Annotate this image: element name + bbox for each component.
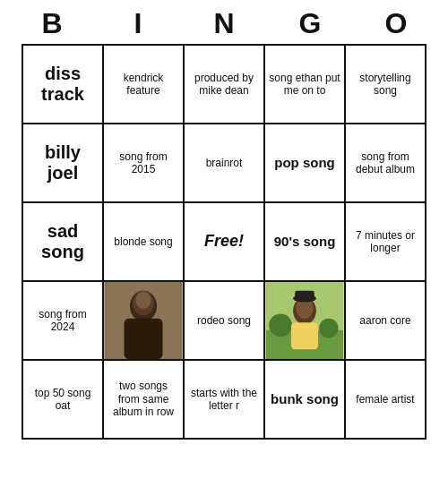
cell-text-r1c3: pop song <box>274 155 335 171</box>
cell-text-r2c4: 7 minutes or longer <box>349 229 421 255</box>
cell-r0c3: song ethan put me on to <box>265 46 346 124</box>
cell-r2c3: 90's song <box>265 203 346 282</box>
cell-r3c0: song from 2024 <box>23 282 104 361</box>
cell-text-r4c0: top 50 song oat <box>27 387 99 413</box>
svg-rect-13 <box>295 291 314 301</box>
cell-r4c2: starts with the letter r <box>185 361 265 440</box>
cell-r1c0: billy joel <box>23 124 104 203</box>
cell-text-r1c2: brainrot <box>206 157 243 169</box>
cell-r1c3: pop song <box>265 124 346 203</box>
cell-r2c1: blonde song <box>104 203 185 282</box>
cell-text-r3c4: aaron core <box>359 314 410 327</box>
cell-r2c0: sad song <box>23 203 104 282</box>
bingo-letter-g: G <box>270 7 350 40</box>
cell-text-r3c2: rodeo song <box>197 314 251 327</box>
cell-text-r0c4: storytelling song <box>349 72 421 98</box>
cell-text-r1c0: billy joel <box>27 142 99 184</box>
bingo-letter-b: B <box>12 7 92 40</box>
cell-r3c3 <box>265 282 346 361</box>
svg-rect-2 <box>125 319 163 359</box>
cell-text-r1c4: song from debut album <box>349 150 421 176</box>
bingo-letter-o: O <box>356 7 436 40</box>
cell-text-r0c1: kendrick feature <box>108 72 179 98</box>
cell-r0c2: produced by mike dean <box>185 46 265 124</box>
cell-text-r3c0: song from 2024 <box>27 308 99 334</box>
bingo-header: BINGO <box>9 0 439 44</box>
cell-text-r0c3: song ethan put me on to <box>269 72 340 98</box>
cell-r3c4: aaron core <box>346 282 426 361</box>
svg-point-7 <box>269 313 292 337</box>
cell-r2c2: Free! <box>185 203 265 282</box>
cell-r3c1 <box>104 282 185 361</box>
cell-r4c1: two songs from same album in row <box>104 361 185 440</box>
cell-r0c1: kendrick feature <box>104 46 185 124</box>
cell-text-r2c0: sad song <box>27 221 99 262</box>
cell-r0c0: diss track <box>23 46 104 124</box>
cell-r4c0: top 50 song oat <box>23 361 104 440</box>
cell-r1c4: song from debut album <box>346 124 426 203</box>
svg-point-4 <box>135 292 151 309</box>
cell-r4c3: bunk song <box>265 361 346 440</box>
bingo-letter-i: I <box>98 7 178 40</box>
cell-text-r4c2: starts with the letter r <box>188 387 260 413</box>
cell-r1c1: song from 2015 <box>104 124 185 203</box>
cell-text-r4c3: bunk song <box>271 391 339 407</box>
cell-text-r1c1: song from 2015 <box>108 150 179 176</box>
svg-point-8 <box>319 319 339 338</box>
cell-r0c4: storytelling song <box>346 46 426 124</box>
cell-text-r4c4: female artist <box>356 393 414 406</box>
cell-r1c2: brainrot <box>185 124 265 203</box>
bingo-grid: diss trackkendrick featureproduced by mi… <box>22 44 426 440</box>
bingo-letter-n: N <box>184 7 264 40</box>
cell-text-r2c3: 90's song <box>274 234 336 250</box>
svg-rect-10 <box>291 322 318 349</box>
cell-text-r0c0: diss track <box>27 64 99 105</box>
cell-text-r2c2: Free! <box>204 232 244 252</box>
cell-r4c4: female artist <box>346 361 426 440</box>
cell-text-r0c2: produced by mike dean <box>188 72 260 98</box>
cell-r2c4: 7 minutes or longer <box>346 203 426 282</box>
cell-text-r2c1: blonde song <box>114 235 172 248</box>
cell-r3c2: rodeo song <box>185 282 265 361</box>
cell-text-r4c1: two songs from same album in row <box>108 380 179 418</box>
